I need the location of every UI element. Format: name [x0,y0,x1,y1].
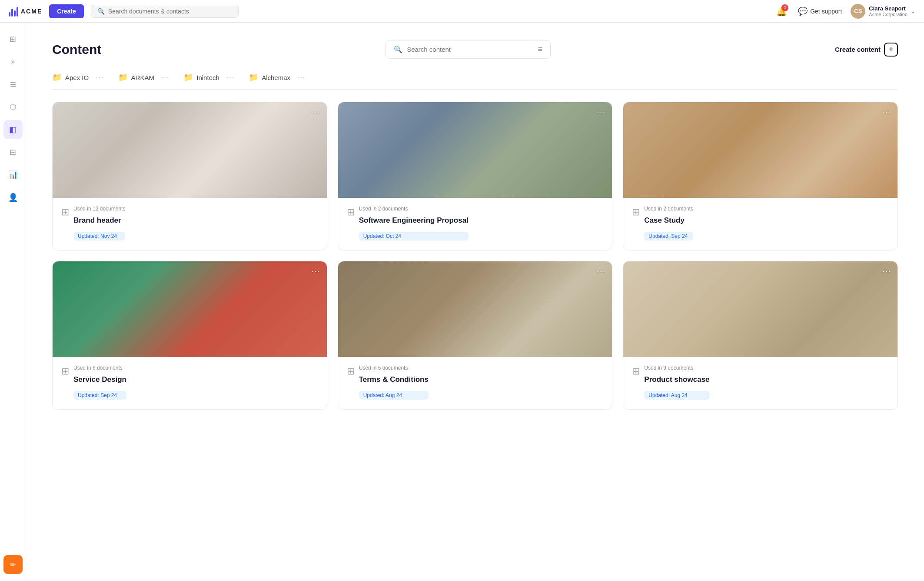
card-type-icon: ⊞ [632,207,640,218]
card-type-icon: ⊞ [632,366,640,377]
content-search-input[interactable] [407,46,533,53]
card-info-text: Used in 12 documents Brand header Update… [73,206,125,240]
card-type-icon: ⊞ [347,366,355,377]
card-body: ⊞ Used in 9 documents Product showcase U… [623,357,897,409]
avatar: CS [851,4,865,19]
card-image: ··· [623,261,897,357]
folder-arkam[interactable]: 📁 ARKAM ··· [118,73,170,82]
card-image: ··· [53,102,327,198]
card-menu-dots[interactable]: ··· [597,107,606,117]
sidebar-alert-button[interactable]: ✏ [3,555,23,574]
content-search[interactable]: 🔍 ≡ [386,40,551,59]
folder-name: Inintech [196,74,219,81]
chart-icon: 📊 [8,170,18,180]
content-area: Content 🔍 ≡ Create content + 📁 Apex IO ·… [26,23,924,427]
card-title: Terms & Conditions [359,375,429,384]
chevron-right-icon: » [11,58,15,66]
topnav: ACME Create 🔍 🔔 1 💬 Get support CS Clara… [0,0,924,23]
sidebar-item-dashboard[interactable]: ⊞ [3,30,23,49]
card-info: ⊞ Used in 5 documents Terms & Conditions… [347,365,604,400]
card-info-text: Used in 9 documents Product showcase Upd… [644,365,709,400]
sidebar-item-library[interactable]: ⊟ [3,143,23,162]
card-info: ⊞ Used in 2 documents Software Engineeri… [347,206,604,240]
card-menu-dots[interactable]: ··· [597,267,606,276]
card-info-text: Used in 5 documents Terms & Conditions U… [359,365,429,400]
user-name: Clara Seaport [869,5,907,12]
folder-name: Apex IO [65,74,89,81]
card-body: ⊞ Used in 2 documents Software Engineeri… [338,198,612,250]
global-search[interactable]: 🔍 [91,5,239,18]
card-menu-dots[interactable]: ··· [882,107,891,117]
folder-apex-io[interactable]: 📁 Apex IO ··· [52,73,104,82]
card-used-count: Used in 2 documents [359,206,469,212]
search-icon: 🔍 [97,8,105,15]
card-type-icon: ⊞ [61,207,69,218]
content-card-product-showcase[interactable]: ··· ⊞ Used in 9 documents Product showca… [623,261,898,410]
card-image: ··· [623,102,897,198]
card-info: ⊞ Used in 9 documents Product showcase U… [632,365,889,400]
logo: ACME [9,6,42,17]
nav-right: 🔔 1 💬 Get support CS Clara Seaport Acme … [774,3,915,19]
get-support-link[interactable]: 💬 Get support [798,7,842,16]
chevron-down-icon: ⌄ [911,8,915,14]
search-content-icon: 🔍 [394,45,402,53]
folder-menu-dots[interactable]: ··· [161,73,170,81]
sidebar-item-contacts[interactable]: 👤 [3,188,23,207]
cube-icon: ⬡ [10,102,17,112]
card-info: ⊞ Used in 6 documents Service Design Upd… [61,365,318,400]
card-title: Product showcase [644,375,709,384]
card-menu-dots[interactable]: ··· [312,267,321,276]
folder-inintech[interactable]: 📁 Inintech ··· [183,73,235,82]
plus-icon: + [884,43,898,57]
card-updated-badge: Updated: Oct 24 [359,232,469,240]
content-card-software-proposal[interactable]: ··· ⊞ Used in 2 documents Software Engin… [338,102,613,250]
sidebar-item-content[interactable]: ◧ [3,120,23,139]
card-updated-badge: Updated: Sep 24 [73,391,126,400]
create-content-button[interactable]: Create content + [835,43,898,57]
sidebar-item-modules[interactable]: ⬡ [3,97,23,117]
page-header: Content 🔍 ≡ Create content + [52,40,898,59]
logo-text: ACME [21,8,42,15]
content-card-service-design[interactable]: ··· ⊞ Used in 6 documents Service Design… [52,261,327,410]
dashboard-icon: ⊞ [10,34,16,44]
card-body: ⊞ Used in 12 documents Brand header Upda… [53,198,327,250]
contacts-icon: 👤 [8,193,18,202]
folder-menu-dots[interactable]: ··· [96,73,104,81]
card-info: ⊞ Used in 12 documents Brand header Upda… [61,206,318,240]
content-card-terms-conditions[interactable]: ··· ⊞ Used in 5 documents Terms & Condit… [338,261,613,410]
create-content-label: Create content [835,46,881,53]
folder-icon: 📁 [183,73,193,82]
filter-icon[interactable]: ≡ [538,45,543,54]
folder-menu-dots[interactable]: ··· [297,73,306,81]
card-image: ··· [338,261,612,357]
content-card-brand-header[interactable]: ··· ⊞ Used in 12 documents Brand header … [52,102,327,250]
folder-icon: 📁 [52,73,62,82]
get-support-label: Get support [810,8,842,15]
card-title: Service Design [73,375,126,384]
sidebar-item-documents[interactable]: ☰ [3,75,23,94]
card-menu-dots[interactable]: ··· [882,267,891,276]
notification-button[interactable]: 🔔 1 [774,3,789,19]
card-body: ⊞ Used in 2 documents Case Study Updated… [623,198,897,250]
card-menu-dots[interactable]: ··· [312,107,321,117]
card-info-text: Used in 2 documents Case Study Updated: … [644,206,693,240]
content-card-case-study[interactable]: ··· ⊞ Used in 2 documents Case Study Upd… [623,102,898,250]
sidebar-item-navigate[interactable]: » [3,52,23,71]
logo-icon [9,6,18,17]
folder-alchemax[interactable]: 📁 Alchemax ··· [249,73,306,82]
card-updated-badge: Updated: Aug 24 [359,391,429,400]
card-info: ⊞ Used in 2 documents Case Study Updated… [632,206,889,240]
sidebar-bottom: ✏ [3,555,23,574]
folder-icon: 📁 [118,73,128,82]
folder-name: Alchemax [262,74,290,81]
search-input[interactable] [108,8,232,15]
edit-icon: ✏ [10,561,16,569]
sidebar: ⊞ » ☰ ⬡ ◧ ⊟ 📊 👤 ✏ [0,23,26,581]
card-used-count: Used in 2 documents [644,206,693,212]
create-button[interactable]: Create [49,4,84,18]
card-updated-badge: Updated: Nov 24 [73,232,125,240]
user-menu[interactable]: CS Clara Seaport Acme Corporation ⌄ [851,4,915,19]
folder-menu-dots[interactable]: ··· [226,73,235,81]
sidebar-item-analytics[interactable]: 📊 [3,165,23,184]
card-image: ··· [338,102,612,198]
